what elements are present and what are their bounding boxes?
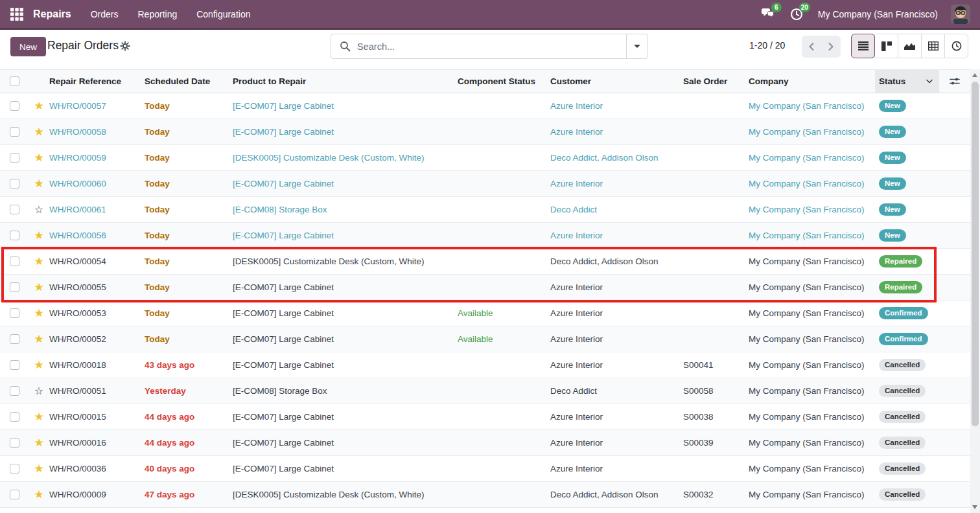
table-row[interactable]: ★ WH/RO/00058 Today [E-COM07] Large Cabi… xyxy=(0,119,970,145)
row-checkbox[interactable] xyxy=(10,101,19,111)
menu-configuration[interactable]: Configuration xyxy=(196,9,250,19)
table-row[interactable]: ★ WH/RO/00036 40 days ago [E-COM07] Larg… xyxy=(0,456,970,482)
row-checkbox[interactable] xyxy=(10,490,19,499)
header-component-status[interactable]: Component Status xyxy=(458,76,546,86)
row-checkbox[interactable] xyxy=(10,179,19,188)
favorite-star-icon[interactable]: ★ xyxy=(29,437,49,448)
pager-previous-button[interactable] xyxy=(802,36,821,58)
select-all-checkbox[interactable] xyxy=(10,76,19,86)
table-row[interactable]: ★ WH/RO/00057 Today [E-COM07] Large Cabi… xyxy=(0,93,970,119)
row-checkbox[interactable] xyxy=(10,205,19,214)
scrollbar-down-arrow[interactable] xyxy=(972,505,977,509)
table-row[interactable]: ★ WH/RO/00055 Today [E-COM07] Large Cabi… xyxy=(0,275,970,301)
favorite-star-icon[interactable]: ★ xyxy=(29,282,49,293)
header-customer[interactable]: Customer xyxy=(546,76,679,86)
pager xyxy=(802,36,841,58)
view-switch-kanban[interactable] xyxy=(874,34,898,58)
favorite-star-icon[interactable]: ★ xyxy=(29,334,49,345)
status-badge: Repaired xyxy=(879,281,922,294)
table-row[interactable]: ★ WH/RO/00016 44 days ago [E-COM07] Larg… xyxy=(0,430,970,456)
view-switch-activity[interactable] xyxy=(944,34,968,58)
favorite-star-icon[interactable]: ★ xyxy=(29,178,49,189)
view-switch-pivot[interactable] xyxy=(921,34,945,58)
activities-button[interactable]: 20 xyxy=(789,7,805,21)
table-row[interactable]: ★ WH/RO/00018 43 days ago [E-COM07] Larg… xyxy=(0,352,970,378)
favorite-star-icon[interactable]: ★ xyxy=(29,230,49,241)
row-checkbox[interactable] xyxy=(10,231,19,240)
header-repair-reference[interactable]: Repair Reference xyxy=(49,76,145,86)
new-button[interactable]: New xyxy=(10,37,46,56)
search-input[interactable] xyxy=(351,41,626,52)
table-row[interactable]: ★ WH/RO/00056 Today [E-COM07] Large Cabi… xyxy=(0,223,970,249)
table-row[interactable]: ★ WH/RO/00060 Today [E-COM07] Large Cabi… xyxy=(0,171,970,197)
customer-cell: Deco Addict xyxy=(546,205,679,214)
status-badge: Cancelled xyxy=(879,359,926,372)
view-settings-gear-icon[interactable] xyxy=(120,41,130,51)
row-checkbox[interactable] xyxy=(10,308,19,318)
vertical-scrollbar[interactable] xyxy=(970,69,980,513)
favorite-star-icon[interactable]: ★ xyxy=(29,100,49,111)
repair-reference-cell: WH/RO/00036 xyxy=(49,464,145,473)
table-row[interactable]: ★ WH/RO/00009 47 days ago [DESK0005] Cus… xyxy=(0,482,970,508)
favorite-star-icon[interactable]: ★ xyxy=(29,489,49,500)
chevron-down-icon xyxy=(634,45,640,48)
table-row[interactable]: ★ WH/RO/00054 Today [DESK0005] Customiza… xyxy=(0,249,970,275)
favorite-star-icon[interactable]: ★ xyxy=(29,411,49,422)
favorite-star-icon[interactable]: ★ xyxy=(29,359,49,370)
header-status[interactable]: Status xyxy=(875,70,939,93)
row-checkbox[interactable] xyxy=(10,438,19,448)
row-checkbox[interactable] xyxy=(10,282,19,292)
avatar-image xyxy=(951,5,970,24)
apps-grid-icon[interactable] xyxy=(10,7,24,21)
pager-value: 1-20 / 20 xyxy=(749,40,785,51)
row-checkbox[interactable] xyxy=(10,464,19,473)
scheduled-date-cell: 47 days ago xyxy=(145,490,233,499)
search-options-toggle[interactable] xyxy=(626,34,648,58)
messages-button[interactable]: 6 xyxy=(761,7,776,21)
table-row[interactable]: ☆ WH/RO/00061 Today [E-COM08] Storage Bo… xyxy=(0,197,970,223)
favorite-star-icon[interactable]: ☆ xyxy=(29,205,49,215)
header-company[interactable]: Company xyxy=(745,76,875,86)
view-switch-list[interactable] xyxy=(851,34,875,58)
header-product-to-repair[interactable]: Product to Repair xyxy=(233,76,458,86)
table-row[interactable]: ★ WH/RO/00052 Today [E-COM07] Large Cabi… xyxy=(0,326,970,352)
favorite-star-icon[interactable]: ★ xyxy=(29,126,49,137)
kanban-view-icon xyxy=(881,41,892,51)
company-switcher[interactable]: My Company (San Francisco) xyxy=(818,9,938,19)
sale-order-cell: S00039 xyxy=(679,438,745,448)
customer-cell: Azure Interior xyxy=(546,282,679,292)
row-checkbox[interactable] xyxy=(10,360,19,370)
row-checkbox[interactable] xyxy=(10,334,19,344)
menu-orders[interactable]: Orders xyxy=(91,9,119,19)
product-cell: [E-COM07] Large Cabinet xyxy=(233,101,458,111)
row-checkbox[interactable] xyxy=(10,412,19,422)
table-row[interactable]: ★ WH/RO/00015 44 days ago [E-COM07] Larg… xyxy=(0,404,970,430)
table-row[interactable]: ★ WH/RO/00059 Today [DESK0005] Customiza… xyxy=(0,145,970,171)
chevron-down-icon xyxy=(926,79,933,84)
table-row[interactable]: ★ WH/RO/00053 Today [E-COM07] Large Cabi… xyxy=(0,301,970,326)
pager-next-button[interactable] xyxy=(821,36,841,58)
row-checkbox[interactable] xyxy=(10,386,19,396)
favorite-star-icon[interactable]: ★ xyxy=(29,256,49,267)
header-scheduled-date[interactable]: Scheduled Date xyxy=(145,76,233,86)
view-switch-graph[interactable] xyxy=(898,34,922,58)
scrollbar-up-arrow[interactable] xyxy=(972,73,977,77)
row-checkbox[interactable] xyxy=(10,256,19,266)
optional-columns-button[interactable] xyxy=(939,70,970,93)
table-row[interactable]: ☆ WH/RO/00051 Yesterday [E-COM08] Storag… xyxy=(0,378,970,404)
header-sale-order[interactable]: Sale Order xyxy=(679,76,745,86)
company-cell: My Company (San Francisco) xyxy=(745,308,875,318)
app-name[interactable]: Repairs xyxy=(33,8,71,20)
favorite-star-icon[interactable]: ★ xyxy=(29,463,49,474)
favorite-star-icon[interactable]: ★ xyxy=(29,152,49,163)
scrollbar-thumb[interactable] xyxy=(972,82,979,426)
favorite-star-icon[interactable]: ☆ xyxy=(29,386,49,396)
product-cell: [DESK0005] Customizable Desk (Custom, Wh… xyxy=(233,256,458,266)
company-cell: My Company (San Francisco) xyxy=(745,360,875,370)
row-checkbox[interactable] xyxy=(10,127,19,137)
row-checkbox[interactable] xyxy=(10,153,19,163)
user-avatar[interactable] xyxy=(951,5,970,24)
favorite-star-icon[interactable]: ★ xyxy=(29,308,49,319)
repair-reference-cell: WH/RO/00059 xyxy=(49,153,145,163)
menu-reporting[interactable]: Reporting xyxy=(138,9,178,19)
